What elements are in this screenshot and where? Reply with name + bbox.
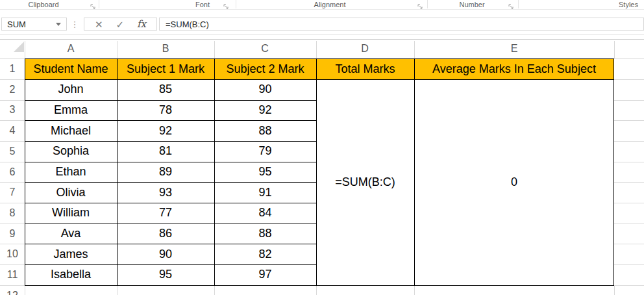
cell-b9[interactable]: 86 (117, 224, 214, 244)
cell-a10[interactable]: James (25, 244, 117, 264)
formula-text: =SUM(B:C) (160, 19, 209, 29)
row-header-10[interactable]: 10 (0, 244, 25, 264)
ribbon-separator (518, 0, 519, 8)
cell-b4[interactable]: 92 (117, 120, 214, 141)
row-header-3[interactable]: 3 (0, 100, 25, 121)
cell-b7[interactable]: 93 (117, 182, 214, 203)
table-row: Sophia 81 79 (25, 141, 316, 162)
cell-a11[interactable]: Isabella (25, 264, 117, 285)
ribbon-separator (99, 0, 99, 8)
cell-b6[interactable]: 89 (117, 162, 214, 183)
row-header-1[interactable]: 1 (0, 58, 25, 79)
font-dialog-launcher-icon[interactable] (223, 1, 230, 8)
cell-d-merged-total-marks[interactable]: =SUM(B:C) (316, 79, 414, 285)
cell-a9[interactable]: Ava (25, 224, 117, 244)
table-border (117, 58, 118, 286)
cell-a3[interactable]: Emma (25, 100, 117, 121)
alignment-dialog-launcher-icon[interactable] (417, 1, 424, 8)
table-border (25, 264, 317, 265)
cell-e-merged-average-marks[interactable]: 0 (414, 79, 614, 285)
table-row: James 90 82 (25, 244, 316, 264)
cell-b3[interactable]: 78 (117, 100, 214, 121)
formula-bar-buttons: ✕ ✓ fx (84, 18, 157, 31)
cancel-icon[interactable]: ✕ (95, 19, 103, 29)
cell-b8[interactable]: 77 (117, 203, 214, 224)
ribbon-group-alignment: Alignment (314, 1, 346, 8)
table-border (613, 58, 614, 286)
table-border (214, 58, 215, 286)
cell-a5[interactable]: Sophia (25, 141, 117, 162)
select-all-button[interactable] (14, 42, 24, 52)
cell-a2[interactable]: John (25, 79, 117, 100)
cell-a6[interactable]: Ethan (25, 162, 117, 183)
row-header-4[interactable]: 4 (0, 120, 25, 141)
row-header-6[interactable]: 6 (0, 162, 25, 183)
table-border (25, 58, 614, 59)
cell-b5[interactable]: 81 (117, 141, 214, 162)
table-border (25, 58, 25, 286)
cell-c2[interactable]: 90 (214, 79, 316, 100)
row-header-5[interactable]: 5 (0, 141, 25, 162)
table-border (25, 100, 317, 101)
cell-c7[interactable]: 91 (214, 182, 316, 203)
formula-bar-divider (0, 34, 644, 35)
cell-c3[interactable]: 92 (214, 100, 316, 121)
table-row: Isabella 95 97 (25, 264, 316, 285)
cell-a4[interactable]: Michael (25, 120, 117, 141)
column-header-a[interactable]: A (68, 40, 75, 57)
column-header-separator (414, 41, 415, 58)
row-header-11[interactable]: 11 (0, 264, 25, 285)
ribbon-group-font: Font (195, 1, 210, 8)
table-row: Ava 86 88 (25, 224, 316, 244)
cell-c10[interactable]: 82 (214, 244, 316, 264)
cell-c6[interactable]: 95 (214, 162, 316, 183)
cell-c5[interactable]: 79 (214, 141, 316, 162)
ribbon-bottom-divider (0, 9, 644, 10)
cell-c9[interactable]: 88 (214, 224, 316, 244)
ribbon-separator (427, 0, 428, 8)
cell-c8[interactable]: 84 (214, 203, 316, 224)
row-header-7[interactable]: 7 (0, 182, 25, 203)
row-header-9[interactable]: 9 (0, 224, 25, 244)
table-header-row: Student Name Subject 1 Mark Subject 2 Ma… (25, 58, 614, 79)
cell-a7[interactable]: Olivia (25, 182, 117, 203)
table-border (316, 58, 317, 286)
formula-bar-drag-handle[interactable]: ⋮ (71, 18, 78, 31)
cell-c1[interactable]: Subject 2 Mark (214, 58, 316, 79)
name-box-dropdown-icon[interactable] (56, 23, 61, 26)
cell-d1[interactable]: Total Marks (316, 58, 414, 79)
column-header-e[interactable]: E (511, 40, 518, 57)
enter-icon[interactable]: ✓ (116, 19, 124, 29)
insert-function-icon[interactable]: fx (137, 18, 146, 30)
number-dialog-launcher-icon[interactable] (508, 1, 515, 8)
table-border (25, 224, 317, 224)
cell-e1[interactable]: Average Marks In Each Subject (414, 58, 614, 79)
table-border (25, 120, 317, 121)
row-header-8[interactable]: 8 (0, 203, 25, 224)
table-row: Olivia 93 91 (25, 182, 316, 203)
table-border (25, 141, 317, 142)
cell-c11[interactable]: 97 (214, 264, 316, 285)
name-box[interactable]: SUM (1, 18, 67, 31)
formula-bar-input[interactable]: =SUM(B:C) (159, 18, 644, 31)
cell-c4[interactable]: 88 (214, 120, 316, 141)
row-header-12[interactable]: 12 (0, 285, 25, 295)
table-border (25, 162, 317, 162)
ribbon-group-styles: Styles (619, 1, 638, 8)
row-header-2[interactable]: 2 (0, 79, 25, 100)
cell-b2[interactable]: 85 (117, 79, 214, 100)
clipboard-dialog-launcher-icon[interactable] (90, 1, 97, 8)
cell-b10[interactable]: 90 (117, 244, 214, 264)
column-header-b[interactable]: B (162, 40, 169, 57)
column-header-d[interactable]: D (361, 40, 369, 57)
column-header-separator (316, 41, 317, 58)
table-border (25, 285, 614, 286)
column-header-c[interactable]: C (261, 40, 269, 57)
cell-a8[interactable]: William (25, 203, 117, 224)
table-row: Emma 78 92 (25, 100, 316, 121)
ribbon-group-clipboard: Clipboard (28, 1, 58, 8)
table-border (25, 79, 614, 80)
cell-b1[interactable]: Subject 1 Mark (117, 58, 214, 79)
cell-a1[interactable]: Student Name (25, 58, 117, 79)
cell-b11[interactable]: 95 (117, 264, 214, 285)
